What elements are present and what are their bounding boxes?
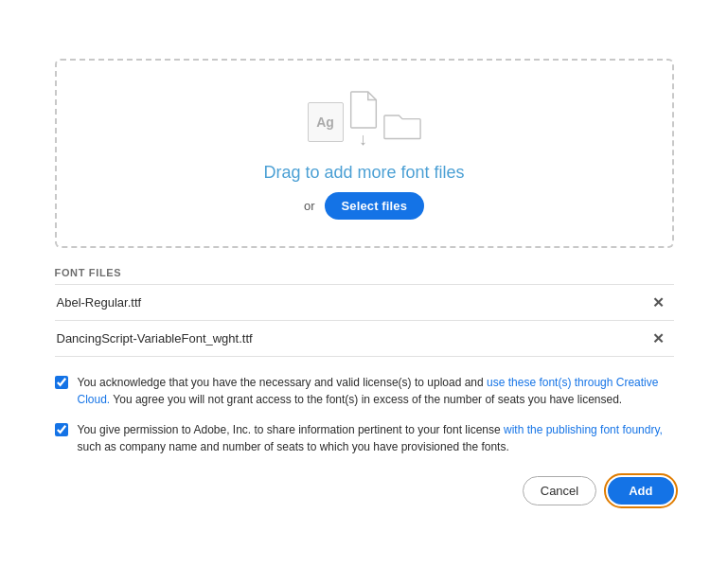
consent-link-2[interactable]: with the publishing font foundry, (504, 423, 663, 436)
font-files-section: FONT FILES Abel-Regular.ttf ✕ DancingScr… (55, 267, 674, 357)
dropzone-icons: Ag ↓ (308, 91, 421, 148)
remove-file-2-button[interactable]: ✕ (648, 331, 668, 346)
consent-section: You acknowledge that you have the necess… (55, 374, 674, 455)
consent-row-1: You acknowledge that you have the necess… (55, 374, 674, 408)
dropzone-or-text: or (304, 199, 315, 213)
folder-icon (383, 110, 421, 140)
consent-checkbox-2[interactable] (55, 423, 68, 436)
dropzone-title: Drag to add more font files (263, 163, 464, 183)
remove-file-1-button[interactable]: ✕ (648, 295, 668, 310)
select-files-button[interactable]: Select files (325, 192, 425, 220)
consent-checkbox-1[interactable] (55, 376, 68, 389)
arrow-down-icon: ↓ (359, 131, 367, 148)
dropzone-or-row: or Select files (304, 192, 424, 220)
consent-row-2: You give permission to Adobe, Inc. to sh… (55, 421, 674, 455)
file-row: DancingScript-VariableFont_wght.ttf ✕ (55, 321, 674, 357)
footer-row: Cancel Add (55, 476, 674, 505)
file-name-1: Abel-Regular.ttf (57, 295, 648, 310)
dropzone[interactable]: Ag ↓ Drag to add more font files or (55, 59, 674, 248)
add-button[interactable]: Add (608, 477, 673, 505)
file-name-2: DancingScript-VariableFont_wght.ttf (57, 331, 648, 346)
consent-link-1[interactable]: use these font(s) through Creative Cloud… (78, 376, 659, 406)
doc-arrow-icon: ↓ (347, 91, 380, 148)
font-files-label: FONT FILES (55, 267, 674, 285)
ag-icon: Ag (308, 102, 344, 142)
font-upload-dialog: Ag ↓ Drag to add more font files or (28, 40, 701, 528)
consent-text-2: You give permission to Adobe, Inc. to sh… (78, 421, 674, 455)
file-row: Abel-Regular.ttf ✕ (55, 285, 674, 321)
consent-text-1: You acknowledge that you have the necess… (78, 374, 674, 408)
cancel-button[interactable]: Cancel (523, 476, 596, 505)
